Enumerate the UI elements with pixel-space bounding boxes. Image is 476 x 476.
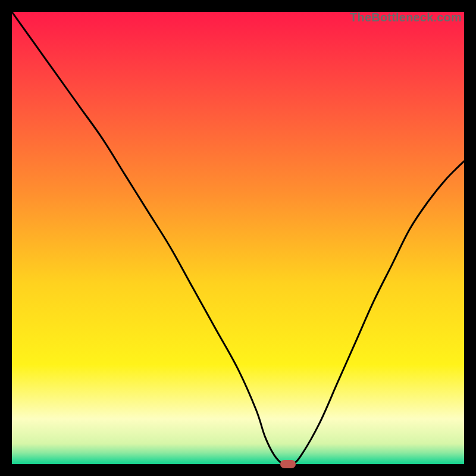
- optimum-marker: [280, 460, 296, 468]
- curve-layer: [12, 12, 464, 464]
- watermark-text: TheBottleneck.com: [350, 11, 462, 24]
- plot-area: TheBottleneck.com: [12, 12, 464, 464]
- bottleneck-curve: [12, 12, 464, 464]
- chart-frame: TheBottleneck.com: [0, 0, 476, 476]
